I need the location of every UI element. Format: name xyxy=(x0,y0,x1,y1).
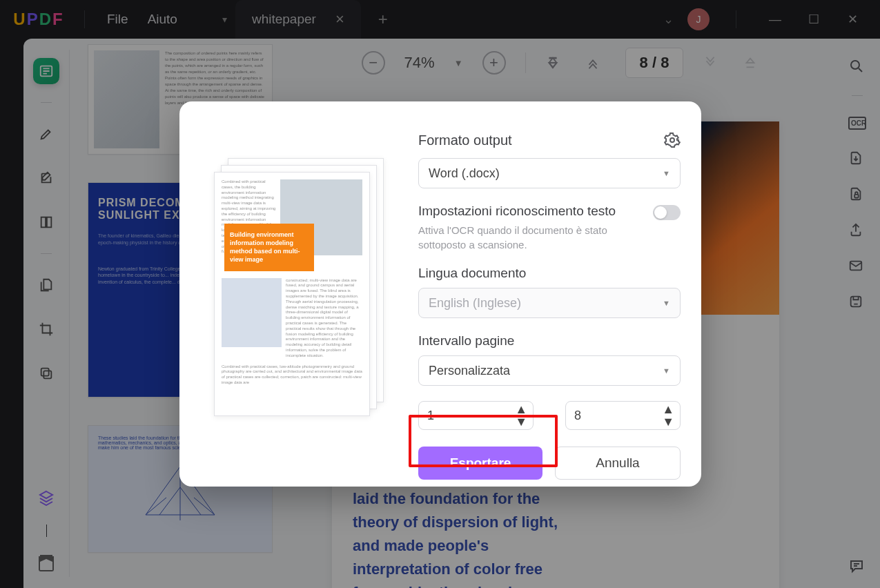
export-button[interactable]: Esportare xyxy=(418,447,542,480)
chevron-down-icon: ▼ xyxy=(663,366,670,375)
range-from-input[interactable]: 1 ▲▼ xyxy=(418,401,534,430)
output-format-value: Word (.docx) xyxy=(429,166,500,181)
cancel-button[interactable]: Annulla xyxy=(555,447,681,480)
preview-callout: Building environment information modelin… xyxy=(224,224,314,271)
page-range-label: Intervallo pagine xyxy=(418,333,681,349)
output-format-select[interactable]: Word (.docx) ▼ xyxy=(418,158,681,188)
preview-image xyxy=(222,278,282,347)
export-dialog: Combined with practical cases, the build… xyxy=(179,101,701,487)
export-form: Formato output Word (.docx) ▼ Impostazio… xyxy=(388,132,681,466)
range-to-input[interactable]: 8 ▲▼ xyxy=(565,401,681,430)
range-separator xyxy=(543,415,556,416)
ocr-settings-desc: Attiva l'OCR quando il documento è stato… xyxy=(418,223,625,252)
language-select[interactable]: English (Inglese) ▼ xyxy=(418,288,681,318)
chevron-down-icon: ▼ xyxy=(663,169,670,177)
language-value: English (Inglese) xyxy=(429,296,521,311)
page-range-value: Personalizzata xyxy=(429,364,510,378)
stepper-icon[interactable]: ▲▼ xyxy=(662,403,674,428)
stepper-icon[interactable]: ▲▼ xyxy=(515,403,527,428)
language-label: Lingua documento xyxy=(418,266,681,281)
range-from-value: 1 xyxy=(427,409,434,423)
page-range-select[interactable]: Personalizzata ▼ xyxy=(418,355,681,386)
app-window: UPDF File Aiuto ▾ whitepaper × + ⌄ J — ☐… xyxy=(0,0,880,588)
preview-stack-front: Combined with practical cases, the build… xyxy=(214,172,370,416)
ocr-toggle[interactable] xyxy=(653,205,681,220)
range-to-value: 8 xyxy=(574,409,581,423)
export-preview: Combined with practical cases, the build… xyxy=(214,158,388,466)
chevron-down-icon: ▼ xyxy=(663,299,670,307)
settings-gear-icon[interactable] xyxy=(664,132,681,148)
ocr-settings-label: Impostazioni riconoscimento testo xyxy=(418,204,625,219)
svg-point-9 xyxy=(670,138,674,142)
output-format-label: Formato output xyxy=(418,133,512,148)
